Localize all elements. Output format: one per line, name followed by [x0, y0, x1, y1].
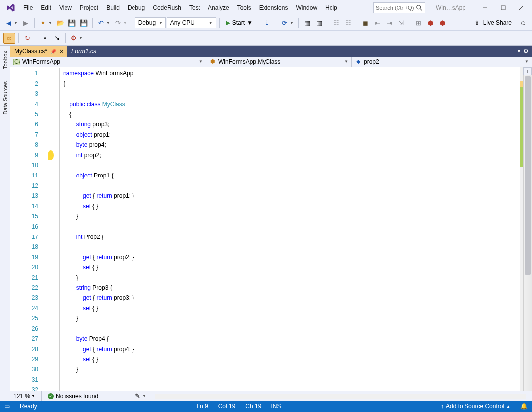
bookmark-clear-button[interactable]: ⇲ [396, 17, 407, 28]
menu-view[interactable]: View [55, 2, 76, 13]
coderush-2-button[interactable]: ⬢ [437, 17, 448, 28]
source-control-button[interactable]: ↑Add to Source Control▲ [441, 403, 510, 410]
split-handle[interactable]: ↕ [523, 67, 532, 75]
platform-label: Any CPU [170, 19, 195, 26]
bookmark-prev-button[interactable]: ⇤ [372, 17, 383, 28]
menu-analyze[interactable]: Analyze [204, 2, 233, 13]
browser-link-button[interactable]: ⟳▼ [279, 17, 295, 28]
sidebar-tab-toolbox[interactable]: Toolbox [1, 49, 9, 71]
layout-button[interactable]: ▦ [302, 17, 313, 28]
navigation-bar: C# WinFormsApp ▼ ⬢ WinFormsApp.MyClass ▼… [10, 57, 532, 67]
document-tabs: MyClass.cs* 📌 ✕ Form1.cs ▼ ⚙ [10, 46, 532, 57]
save-button[interactable]: 💾 [66, 17, 77, 28]
code-editor[interactable]: 1234567891011121314151617181920212223242… [10, 67, 532, 391]
nav-project-combo[interactable]: C# WinFormsApp ▼ [10, 57, 206, 67]
comment-button[interactable]: ▥ [314, 17, 325, 28]
config-label: Debug [138, 19, 156, 26]
open-file-button[interactable]: 📂 [55, 17, 66, 28]
tool-2-button[interactable]: ↘ [51, 33, 62, 44]
settings-button[interactable]: ⚙▼ [68, 33, 84, 44]
field-icon: ◆ [355, 59, 362, 65]
platform-combo[interactable]: Any CPU▼ [167, 17, 216, 28]
titlebar: FileEditViewProjectBuildDebugCodeRushTes… [0, 0, 532, 15]
tabs-overflow-button[interactable]: ▼ [517, 49, 521, 54]
zoom-combo[interactable]: 121 %▼ [13, 393, 35, 400]
menu-test[interactable]: Test [185, 2, 204, 13]
csharp-project-icon: C# [13, 59, 20, 65]
status-col: Col 19 [218, 403, 236, 410]
svg-line-1 [420, 8, 422, 10]
tabs-options-button[interactable]: ⚙ [523, 48, 529, 55]
editor-bottom-bar: 121 %▼ ✓ No issues found ✎▼ [10, 391, 532, 401]
step-button[interactable]: ⇣ [262, 17, 273, 28]
new-project-button[interactable]: ✦▼ [38, 17, 54, 28]
coderush-main-button[interactable]: ∞ [3, 33, 15, 44]
coderush-1-button[interactable]: ⬢ [425, 17, 436, 28]
liveshare-label: Live Share [483, 19, 512, 26]
menu-coderush[interactable]: CodeRush [149, 2, 185, 13]
nav-scope-combo[interactable]: ⬢ WinFormsApp.MyClass ▼ [206, 57, 352, 67]
bookmark-button[interactable]: ◼ [360, 17, 371, 28]
menu-file[interactable]: File [19, 2, 37, 13]
code-content[interactable]: namespace WinFormsApp{ public class MyCl… [63, 67, 520, 391]
notifications-button[interactable]: 🔔 [520, 403, 528, 410]
start-label: Start [232, 19, 245, 26]
main-menu: FileEditViewProjectBuildDebugCodeRushTes… [19, 2, 341, 13]
status-ready: Ready [20, 403, 37, 410]
feedback-button[interactable]: ☺ [518, 17, 529, 28]
bookmark-next-button[interactable]: ⇥ [384, 17, 395, 28]
issues-label: No issues found [56, 393, 98, 400]
close-icon[interactable]: ✕ [59, 48, 64, 55]
horizontal-scrollbar[interactable] [155, 393, 526, 400]
menu-help[interactable]: Help [321, 2, 341, 13]
config-combo[interactable]: Debug▼ [135, 17, 166, 28]
start-button[interactable]: ▶Start▼ [223, 17, 256, 28]
menu-edit[interactable]: Edit [37, 2, 55, 13]
check-icon: ✓ [48, 393, 54, 399]
indent-out-button[interactable]: ☷ [331, 17, 342, 28]
error-filter-button[interactable]: ✎▼ [132, 391, 148, 401]
sidebar-tab-datasources[interactable]: Data Sources [1, 79, 9, 117]
secondary-toolbar: ∞ ↻ ⚬ ↘ ⚙▼ [0, 31, 532, 46]
menu-tools[interactable]: Tools [233, 2, 255, 13]
outline-guide [56, 67, 63, 391]
main-toolbar: ◀▼ ▶ ✦▼ 📂 💾 💾 ↶▼ ↷▼ Debug▼ Any CPU▼ ▶Sta… [0, 15, 532, 31]
menu-build[interactable]: Build [102, 2, 124, 13]
minimize-button[interactable] [477, 2, 494, 13]
liveshare-button[interactable]: ⇪Live Share [470, 17, 515, 28]
tab-myclass[interactable]: MyClass.cs* 📌 ✕ [10, 46, 67, 57]
undo-button[interactable]: ↶▼ [96, 17, 112, 28]
vs-logo-icon [5, 2, 16, 13]
tab-label: Form1.cs [71, 48, 96, 55]
tab-label: MyClass.cs* [14, 48, 47, 55]
lightbulb-icon[interactable] [48, 150, 54, 161]
zoom-label: 121 % [13, 393, 30, 400]
nav-scope-label: WinFormsApp.MyClass [218, 59, 280, 65]
menu-project[interactable]: Project [76, 2, 102, 13]
app-title: Win…sApp [428, 4, 473, 11]
menu-window[interactable]: Window [292, 2, 321, 13]
grid-button[interactable]: ⊞ [413, 17, 424, 28]
search-placeholder: Search (Ctrl+Q) [376, 5, 416, 11]
menu-extensions[interactable]: Extensions [255, 2, 292, 13]
refresh-button[interactable]: ↻ [22, 33, 33, 44]
menu-debug[interactable]: Debug [124, 2, 149, 13]
issues-indicator[interactable]: ✓ No issues found [48, 393, 98, 400]
tool-1-button[interactable]: ⚬ [39, 33, 50, 44]
svg-point-0 [417, 5, 421, 9]
pin-icon[interactable]: 📌 [50, 49, 56, 54]
nav-back-button[interactable]: ◀▼ [3, 17, 19, 28]
nav-member-label: prop2 [364, 59, 379, 65]
close-button[interactable] [513, 2, 530, 13]
nav-fwd-button[interactable]: ▶ [20, 17, 31, 28]
tab-form1[interactable]: Form1.cs [67, 46, 100, 57]
maximize-button[interactable] [495, 2, 512, 13]
nav-member-combo[interactable]: ◆ prop2 ▼ [352, 57, 532, 67]
vertical-scrollbar[interactable] [523, 67, 532, 391]
indent-in-button[interactable]: ☷ [343, 17, 354, 28]
search-input[interactable]: Search (Ctrl+Q) [373, 2, 425, 13]
redo-button[interactable]: ↷▼ [113, 17, 129, 28]
save-all-button[interactable]: 💾 [78, 17, 89, 28]
status-bar: ▭ Ready Ln 9 Col 19 Ch 19 INS ↑Add to So… [0, 401, 532, 412]
search-icon [416, 4, 423, 11]
